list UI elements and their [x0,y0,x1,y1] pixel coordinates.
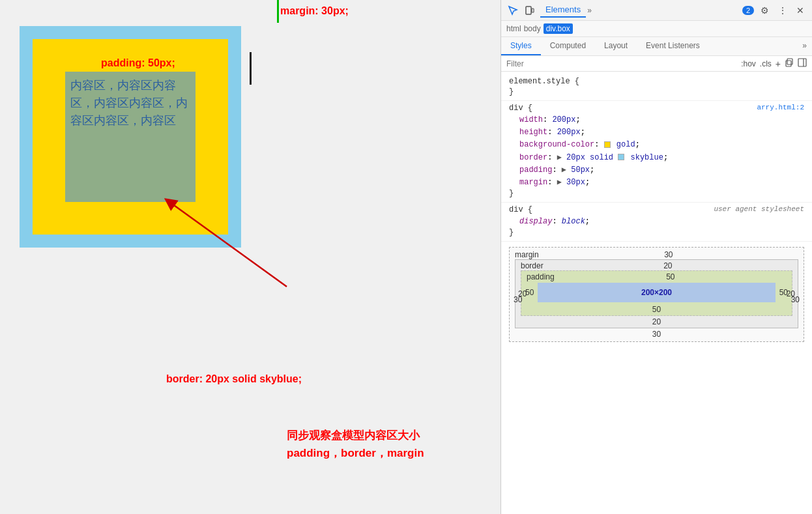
toggle-sidebar-icon[interactable] [798,58,807,69]
padding-top-val[interactable]: 50 [666,272,674,281]
padding-indicator-line [250,52,252,85]
rule-div-close: } [509,189,804,198]
styles-tabs: Styles Computed Layout Event Listeners » [501,37,812,56]
device-icon[interactable] [523,4,536,17]
devtools-topbar: Elements » 2 ⚙ ⋮ ✕ [501,0,812,21]
right-padding-val[interactable]: 50 [776,288,792,297]
tab-layout[interactable]: Layout [595,37,637,55]
color-swatch-skyblue[interactable] [618,154,624,160]
svg-rect-1 [526,7,531,14]
breadcrumb-divbox[interactable]: div.box [544,23,573,34]
padding-expand[interactable]: ▶ [562,165,566,175]
box-model-diagram-wrapper: margin 30 border 20 padding [501,247,812,342]
devtools-main-tabs: Elements » [540,3,738,18]
sync-annotation: 同步观察盒模型内容区大小 padding，border，margin [287,427,424,462]
more-tabs-button[interactable]: » [587,6,592,15]
prop-background-color: background-color: gold; [509,139,804,151]
border-top-val[interactable]: 20 [663,261,672,270]
prop-margin: margin: ▶ 30px; [509,177,804,189]
selector-div: div { arry.html:2 [509,104,804,113]
margin-top-val[interactable]: 30 [664,250,673,259]
rule-div: div { arry.html:2 width: 200px; height: … [501,101,812,203]
cls-filter[interactable]: .cls [760,59,772,68]
gear-icon[interactable]: ⚙ [758,4,772,17]
bottom-padding-val[interactable]: 50 [521,304,792,315]
prop-padding: padding: ▶ 50px; [509,164,804,177]
filter-input[interactable] [506,59,737,68]
border-expand[interactable]: ▶ [557,153,562,162]
svg-rect-3 [786,61,791,66]
selector-div-ua: div { user agent stylesheet [509,205,804,214]
rule-div-ua-close: } [509,228,804,237]
cursor-icon[interactable] [506,4,519,17]
bottom-border-val[interactable]: 20 [515,316,798,328]
content-size[interactable]: 200×200 [538,283,775,302]
rule-source-link[interactable]: arry.html:2 [757,104,804,111]
margin-label: margin [515,250,539,259]
border-annotation: border: 20px solid skyblue; [166,373,302,385]
close-icon[interactable]: ✕ [794,4,807,17]
margin-annotation: margin: 30px; [280,5,349,17]
left-panel: margin: 30px; 内容区，内容区内容区，内容区内容区，内容区内容区，内… [0,0,500,514]
rule-element-style: element.style { } [501,74,812,101]
devtools-panel: Elements » 2 ⚙ ⋮ ✕ html body div.box Sty… [500,0,812,514]
css-rules-area: element.style { } div { arry.html:2 widt… [501,72,812,514]
prop-border: border: ▶ 20px solid skyblue; [509,152,804,164]
rule-div-ua: div { user agent stylesheet display: blo… [501,203,812,242]
breadcrumb-body[interactable]: body [524,24,541,33]
left-padding-val[interactable]: 50 [521,288,538,297]
bottom-margin-val[interactable]: 30 [510,328,804,341]
tab-elements[interactable]: Elements [540,3,586,18]
ua-source-label: user agent stylesheet [714,205,804,213]
padding-annotation: padding: 50px; [101,57,175,69]
comment-badge[interactable]: 2 [742,6,754,15]
pseudo-filter[interactable]: :hov [741,59,756,68]
more-styles-tabs[interactable]: » [797,37,812,55]
selector-element-style: element.style { [509,77,804,86]
prop-display: display: block; [509,216,804,228]
tab-computed[interactable]: Computed [541,37,595,55]
prop-width: width: 200px; [509,114,804,126]
breadcrumb-bar: html body div.box [501,21,812,37]
tab-styles[interactable]: Styles [501,37,541,55]
border-label: border [521,261,544,270]
prop-height: height: 200px; [509,126,804,139]
copy-styles-icon[interactable] [785,58,794,69]
svg-rect-4 [787,59,792,64]
breadcrumb-html[interactable]: html [506,24,521,33]
margin-indicator-line [277,0,279,23]
color-swatch-gold[interactable] [604,141,611,148]
selector-element-style-close: } [509,87,804,96]
svg-rect-5 [798,59,806,66]
box-content: 内容区，内容区内容区，内容区内容区，内容区内容区，内容区 [65,72,196,202]
add-rule-icon[interactable]: + [776,59,781,69]
dots-icon[interactable]: ⋮ [776,4,790,17]
box-model-diagram: margin 30 border 20 padding [509,247,804,342]
svg-rect-2 [532,8,534,12]
padding-label: padding [527,272,555,281]
filter-bar: :hov .cls + [501,56,812,72]
tab-event-listeners[interactable]: Event Listeners [637,37,709,55]
margin-expand[interactable]: ▶ [557,178,562,187]
